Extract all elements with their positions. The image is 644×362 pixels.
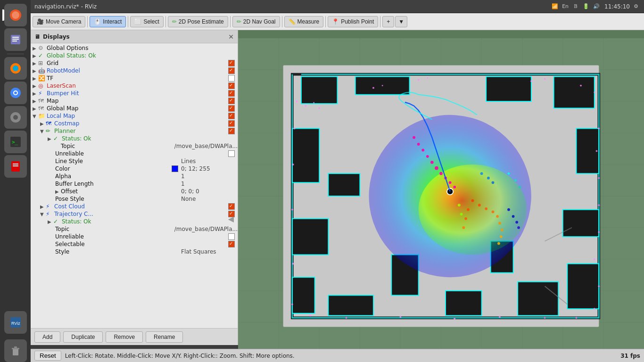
dock-item-terminal[interactable]: >_ [4, 131, 27, 153]
planner-linestyle-value: Lines [181, 158, 238, 165]
tree-item-global-status[interactable]: ▶ ✓ Global Status: Ok [31, 52, 238, 59]
select-button[interactable]: ⬜ Select [130, 16, 163, 27]
traj-selectable-cb[interactable] [228, 241, 235, 247]
tree-item-planner-bufflen[interactable]: Buffer Length 1 [31, 180, 238, 188]
check-icon-p: ✓ [53, 135, 61, 142]
traj-unreliable-cb[interactable] [228, 233, 235, 240]
rename-button[interactable]: Rename [146, 331, 183, 343]
battery-icon: 🔋 [582, 3, 590, 10]
dock-item-settings[interactable] [4, 106, 27, 129]
dock-item-text-editor[interactable] [4, 155, 27, 178]
move-camera-button[interactable]: 🎥 Move Camera [33, 16, 85, 27]
tree-item-planner[interactable]: ▼ ✏ Planner [31, 127, 238, 135]
svg-rect-52 [567, 264, 599, 309]
add-tool-button[interactable]: + [382, 16, 394, 27]
svg-point-120 [471, 199, 474, 202]
remove-button[interactable]: Remove [106, 331, 143, 343]
bumper-checkbox[interactable] [228, 90, 235, 97]
tree-item-grid[interactable]: ▶ ⊞ Grid [31, 59, 238, 67]
bumper-icon: ⚡ [38, 90, 46, 97]
planner-unreliable-cb[interactable] [228, 150, 235, 157]
measure-button[interactable]: 📏 Measure [284, 16, 324, 27]
planner-bufflen-label: Buffer Length [55, 181, 179, 187]
tree-item-planner-status[interactable]: ▶ ✓ Status: Ok [31, 135, 238, 142]
tree-item-planner-posestyle[interactable]: Pose Style None [31, 195, 238, 203]
tf-checkbox[interactable] [228, 75, 235, 82]
cost-cloud-checkbox[interactable] [228, 203, 235, 210]
tree-item-planner-alpha[interactable]: Alpha 1 [31, 173, 238, 180]
power-icon[interactable]: ⚙ [632, 3, 640, 10]
fps-counter: 31 fps [620, 353, 640, 359]
tree-item-planner-offset[interactable]: ▶ Offset 0; 0; 0 [31, 188, 238, 195]
arrow-trajectory: ▼ [40, 212, 46, 217]
reset-button[interactable]: Reset [34, 351, 61, 361]
tree-item-bumper[interactable]: ▶ ⚡ Bumper Hit [31, 90, 238, 97]
arrow-laserscan: ▶ [33, 83, 38, 89]
pose-estimate-button[interactable]: ✏ 2D Pose Estimate [168, 16, 228, 27]
titlebar: navigation.rviz* - RViz 📶 En 𝔹 🔋 🔊 11:45… [0, 0, 644, 13]
tree-item-local-map[interactable]: ▼ 📁 Local Map [31, 112, 238, 120]
svg-point-113 [430, 161, 434, 164]
bluetooth-icon: 𝔹 [571, 3, 580, 10]
robotmodel-checkbox[interactable] [228, 67, 235, 74]
tree-item-global-options[interactable]: ▶ ⚙ Global Options [31, 44, 238, 52]
tree-item-map[interactable]: ▶ 🗺 Map [31, 97, 238, 105]
tree-item-planner-color[interactable]: Color 0; 12; 255 [31, 165, 238, 173]
tree-item-traj-unreliable[interactable]: Unreliable [31, 233, 238, 240]
tree-item-traj-status[interactable]: ▶ ✓ Status: Ok [31, 218, 238, 225]
nav-goal-button[interactable]: ✏ 2D Nav Goal [232, 16, 280, 27]
keyboard-icon: En [561, 3, 570, 10]
dock-item-rviz[interactable]: RViz [4, 311, 27, 334]
svg-point-93 [594, 308, 595, 310]
tree-item-laserscan[interactable]: ▶ ◎ LaserScan [31, 82, 238, 90]
dock-item-browser[interactable] [4, 57, 27, 80]
svg-point-76 [313, 102, 314, 104]
tree-item-traj-style[interactable]: Style Flat Squares [31, 248, 238, 255]
tree-item-traj-topic[interactable]: Topic /move_base/DWAPla... [31, 225, 238, 233]
titlebar-controls: 📶 En 𝔹 🔋 🔊 11:45:10 ⚙ [551, 3, 640, 10]
dock-item-trash[interactable] [4, 339, 27, 362]
tree-item-global-map[interactable]: ▶ 🗺 Global Map [31, 105, 238, 112]
interact-button[interactable]: 🖱️ Interact [90, 16, 126, 27]
svg-point-137 [480, 172, 483, 175]
svg-point-127 [500, 235, 503, 238]
map-checkbox[interactable] [228, 98, 235, 104]
svg-point-86 [598, 128, 600, 130]
publish-point-button[interactable]: 📍 Publish Point [328, 16, 378, 27]
svg-rect-20 [13, 349, 18, 355]
tree-item-costmap[interactable]: ▶ 🗺 Costmap [31, 120, 238, 127]
options-button[interactable]: ▼ [395, 16, 407, 27]
dock-item-home[interactable] [4, 4, 27, 26]
dock-item-files[interactable] [4, 28, 27, 51]
global-options-label: Global Options [47, 45, 238, 51]
duplicate-button[interactable]: Duplicate [63, 331, 103, 343]
tree-item-tf[interactable]: ▶ 🔀 TF [31, 74, 238, 82]
tree-item-planner-topic[interactable]: Topic /move_base/DWAPla... [31, 142, 238, 150]
tree-item-cost-cloud[interactable]: ▶ ⚡ Cost Cloud [31, 203, 238, 210]
laser-icon: ◎ [38, 82, 46, 89]
viewport[interactable] [238, 30, 644, 362]
tree-item-robotmodel[interactable]: ▶ 🤖 RobotModel [31, 67, 238, 74]
tree-item-traj-selectable[interactable]: Selectable [31, 240, 238, 248]
svg-point-103 [291, 209, 293, 211]
scroll-indicator: ◀ [228, 214, 234, 223]
map-icon: 🗺 [38, 98, 46, 104]
dock-item-chrome[interactable] [4, 82, 27, 104]
svg-point-96 [499, 316, 501, 318]
laserscan-checkbox[interactable] [228, 82, 235, 89]
grid-checkbox[interactable] [228, 60, 235, 66]
tree-item-trajectory[interactable]: ▼ ⚡ Trajectory C... [31, 210, 238, 218]
global-map-checkbox[interactable] [228, 105, 235, 112]
cost-cloud-icon: ⚡ [46, 203, 53, 210]
close-icon[interactable]: ✕ [228, 33, 234, 41]
tree-item-planner-linestyle[interactable]: Line Style Lines [31, 157, 238, 165]
local-map-checkbox[interactable] [228, 113, 235, 119]
add-button[interactable]: Add [34, 331, 60, 343]
check-icon-global: ✓ [38, 52, 46, 59]
svg-point-130 [464, 217, 467, 220]
svg-point-131 [462, 226, 465, 229]
tree-item-planner-unreliable[interactable]: Unreliable [31, 150, 238, 157]
costmap-checkbox[interactable] [228, 120, 235, 127]
arrow-global-options: ▶ [33, 46, 38, 51]
planner-checkbox[interactable] [228, 128, 235, 134]
